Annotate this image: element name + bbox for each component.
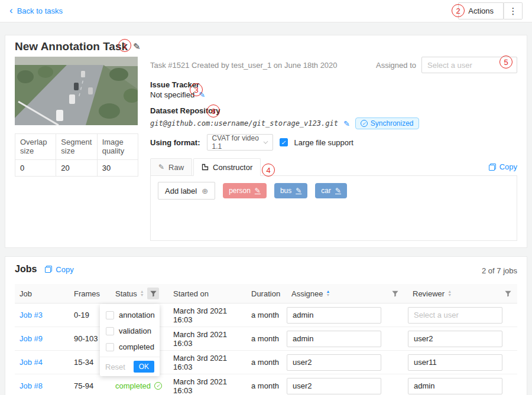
job-duration: a month bbox=[251, 358, 279, 367]
col-reviewer: Reviewer ▲ ▼ bbox=[408, 284, 518, 303]
sort-reviewer-control[interactable]: ▲ ▼ bbox=[447, 290, 452, 297]
jobs-card: Jobs Copy 2 of 7 jobs Job Frames Status … bbox=[5, 256, 527, 395]
filter-option-completed[interactable]: completed bbox=[100, 339, 160, 355]
col-job: Job bbox=[15, 284, 69, 303]
annotation-circle-4: 4 bbox=[262, 164, 275, 177]
page: ‹ Back to tasks Actions ⋮ New Annotation… bbox=[0, 0, 532, 395]
actions-more-button[interactable]: ⋮ bbox=[504, 2, 523, 19]
edit-repository-icon[interactable]: ✎ bbox=[343, 119, 350, 128]
job-started: March 3rd 2021 16:03 bbox=[173, 330, 242, 348]
reviewer-select[interactable] bbox=[408, 307, 502, 324]
label-name: person bbox=[229, 187, 251, 195]
job-duration: a month bbox=[251, 311, 279, 319]
issue-tracker-label: Issue Tracker bbox=[150, 80, 517, 89]
annotation-circle-1: 1 bbox=[118, 39, 131, 52]
checkbox[interactable] bbox=[106, 327, 114, 335]
sort-down-icon: ▼ bbox=[326, 293, 330, 297]
preview-art bbox=[15, 57, 138, 125]
job-duration: a month bbox=[251, 381, 279, 390]
repository-url[interactable]: git@github.com:username/git_storage_v123… bbox=[150, 119, 338, 128]
col-started: Started on bbox=[168, 284, 246, 303]
add-label-text: Add label bbox=[165, 187, 197, 195]
job-frames: 75-94 bbox=[74, 381, 93, 390]
label-chip-car[interactable]: car ✎ bbox=[315, 183, 347, 198]
param-header-segment: Segment size bbox=[56, 134, 97, 160]
job-link[interactable]: Job #4 bbox=[20, 358, 43, 367]
copy-jobs-link[interactable]: Copy bbox=[45, 265, 73, 274]
label-name: bus bbox=[280, 187, 291, 195]
sort-status-control[interactable]: ▲ ▼ bbox=[140, 290, 144, 297]
job-frames: 0-19 bbox=[74, 311, 89, 319]
task-preview-image bbox=[15, 57, 138, 125]
status-filter-icon[interactable] bbox=[147, 288, 159, 299]
col-assignee: Assignee ▲ ▼ bbox=[287, 284, 408, 303]
assignee-select[interactable] bbox=[287, 331, 381, 347]
job-link[interactable]: Job #9 bbox=[20, 334, 43, 343]
large-file-checkbox[interactable]: ✓ bbox=[280, 138, 288, 146]
issue-tracker-value-row: Not specified ✎ bbox=[150, 90, 517, 99]
assignee-select[interactable] bbox=[287, 378, 381, 394]
reviewer-select[interactable] bbox=[408, 354, 502, 371]
issue-tracker-value: Not specified bbox=[150, 90, 194, 99]
jobs-table: Job Frames Status ▲ ▼ Started on Duratio… bbox=[15, 284, 517, 395]
back-label: Back to tasks bbox=[17, 6, 63, 15]
job-started: March 3rd 2021 16:03 bbox=[173, 377, 242, 395]
job-link[interactable]: Job #8 bbox=[20, 381, 43, 390]
sort-down-icon: ▼ bbox=[140, 293, 144, 297]
format-select[interactable]: CVAT for video 1.1 bbox=[207, 134, 273, 151]
assigned-to-group: Assigned to bbox=[376, 57, 517, 73]
task-info-column: Task #1521 Created by test_user_1 on Jun… bbox=[150, 57, 517, 241]
add-label-button[interactable]: Add label ⊕ bbox=[158, 182, 215, 200]
param-header-quality: Image quality bbox=[98, 134, 138, 160]
actions-button[interactable]: Actions bbox=[458, 2, 504, 19]
dataset-repository-label: Dataset Repository bbox=[150, 106, 517, 115]
filter-option-annotation[interactable]: annotation bbox=[100, 307, 160, 323]
annotation-circle-3: 3 bbox=[190, 83, 203, 96]
tab-raw[interactable]: ✎ Raw bbox=[150, 158, 192, 176]
sort-assignee-control[interactable]: ▲ ▼ bbox=[326, 290, 330, 297]
label-chip-bus[interactable]: bus ✎ bbox=[274, 183, 307, 198]
reviewer-select[interactable] bbox=[408, 331, 502, 347]
filter-option-validation[interactable]: validation bbox=[100, 323, 160, 339]
tab-raw-label: Raw bbox=[168, 163, 184, 172]
job-duration: a month bbox=[251, 334, 279, 343]
job-link[interactable]: Job #3 bbox=[20, 311, 43, 319]
edit-label-icon[interactable]: ✎ bbox=[335, 187, 341, 195]
task-meta-text: Task #1521 Created by test_user_1 on Jun… bbox=[150, 61, 338, 70]
tab-constructor-label: Constructor bbox=[213, 163, 252, 172]
checkbox[interactable] bbox=[106, 311, 114, 319]
reviewer-filter-icon[interactable] bbox=[502, 288, 514, 299]
task-params-table: Overlap size Segment size Image quality … bbox=[15, 133, 138, 177]
labels-constructor-panel: Add label ⊕ person ✎ bus ✎ car ✎ bbox=[150, 176, 517, 241]
copy-labels-link[interactable]: Copy bbox=[489, 162, 517, 171]
edit-title-icon[interactable]: ✎ bbox=[133, 41, 141, 52]
annotation-circle-5: 5 bbox=[499, 56, 512, 68]
assigned-to-label: Assigned to bbox=[376, 61, 416, 70]
edit-label-icon[interactable]: ✎ bbox=[296, 187, 301, 195]
assignee-select[interactable] bbox=[287, 354, 381, 371]
format-select-value: CVAT for video 1.1 bbox=[212, 134, 265, 151]
col-duration: Duration bbox=[246, 284, 287, 303]
assignee-filter-icon[interactable] bbox=[389, 288, 401, 299]
checkbox[interactable] bbox=[106, 343, 114, 351]
more-vertical-icon: ⋮ bbox=[509, 6, 518, 16]
job-started: March 3rd 2021 16:03 bbox=[173, 306, 242, 324]
job-frames: 90-103 bbox=[74, 334, 98, 343]
edit-label-icon[interactable]: ✎ bbox=[255, 187, 261, 195]
actions-button-group: Actions ⋮ bbox=[458, 2, 523, 19]
back-to-tasks-link[interactable]: ‹ Back to tasks bbox=[9, 6, 63, 15]
copy-icon bbox=[489, 164, 496, 171]
filter-ok-button[interactable]: OK bbox=[134, 361, 154, 373]
annotation-circle-2: 2 bbox=[452, 4, 465, 17]
label-chip-person[interactable]: person ✎ bbox=[223, 183, 267, 198]
filter-reset-button[interactable]: Reset bbox=[105, 363, 125, 371]
filter-option-label: validation bbox=[119, 327, 151, 335]
tab-constructor[interactable]: Constructor bbox=[193, 158, 261, 176]
reviewer-select[interactable] bbox=[408, 378, 502, 394]
assignee-select[interactable] bbox=[287, 307, 381, 324]
col-frames: Frames bbox=[69, 284, 111, 303]
param-value-overlap: 0 bbox=[15, 160, 56, 177]
synchronized-badge: ✓ Synchronized bbox=[355, 117, 419, 129]
jobs-table-body: Job #3 0-19 March 3rd 2021 16:03 a month… bbox=[15, 303, 517, 395]
job-frames: 15-34 bbox=[74, 358, 93, 367]
